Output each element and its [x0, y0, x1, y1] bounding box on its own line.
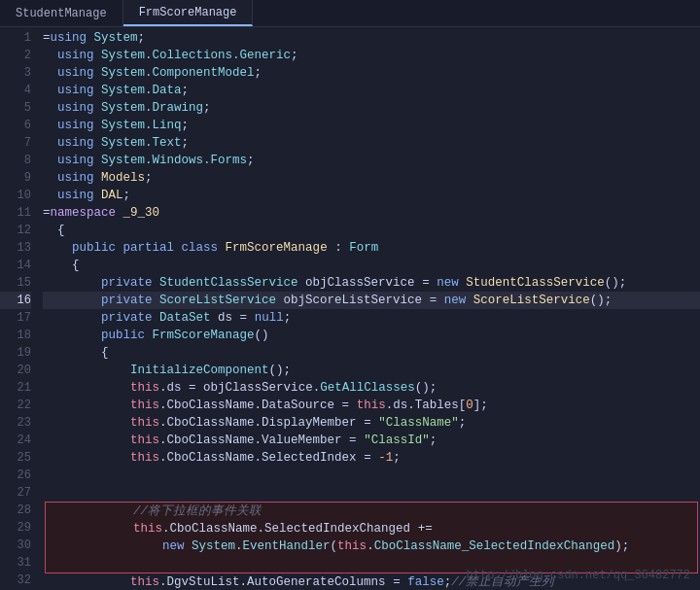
tab-bar: StudentManage FrmScoreManage — [0, 0, 700, 27]
ln-29: 29 — [0, 519, 31, 537]
ln-12: 12 — [0, 222, 31, 239]
code-line-23: this.CboClassName.DisplayMember = "Class… — [43, 414, 700, 432]
code-editor: StudentManage FrmScoreManage 1 2 3 4 5 6… — [0, 0, 700, 590]
ln-23: 23 — [0, 414, 31, 432]
ln-21: 21 — [0, 379, 31, 397]
code-line-4: using System.Data; — [43, 82, 700, 99]
ln-2: 2 — [0, 47, 31, 64]
code-area: 1 2 3 4 5 6 7 8 9 10 11 12 13 14 15 16 1… — [0, 27, 700, 590]
ln-20: 20 — [0, 362, 31, 379]
code-line-21: this.ds = objClassService.GetAllClasses(… — [43, 379, 700, 397]
highlighted-box: //将下拉框的事件关联 this.CboClassName.SelectedIn… — [45, 502, 698, 573]
ln-25: 25 — [0, 449, 31, 467]
ln-9: 9 — [0, 169, 31, 187]
code-line-8: using System.Windows.Forms; — [43, 152, 700, 169]
code-line-25: this.CboClassName.SelectedIndex = -1; — [43, 449, 700, 467]
code-line-20: InitializeComponent(); — [43, 362, 700, 379]
code-line-22: this.CboClassName.DataSource = this.ds.T… — [43, 397, 700, 414]
code-line-16: private ScoreListService objScoreListSer… — [43, 292, 700, 309]
ln-24: 24 — [0, 432, 31, 449]
ln-22: 22 — [0, 397, 31, 414]
code-line-24: this.CboClassName.ValueMember = "ClassId… — [43, 432, 700, 449]
code-line-29: this.CboClassName.SelectedIndexChanged +… — [46, 520, 697, 538]
code-line-17: private DataSet ds = null; — [43, 309, 700, 327]
watermark: http://blog.csdn.net/qq_36482772 — [467, 569, 690, 582]
code-line-27 — [43, 484, 700, 502]
code-line-3: using System.ComponentModel; — [43, 64, 700, 82]
code-line-19: { — [43, 344, 700, 362]
code-line-18: public FrmScoreManage() — [43, 327, 700, 344]
ln-13: 13 — [0, 239, 31, 257]
code-line-13: public partial class FrmScoreManage : Fo… — [43, 239, 700, 257]
code-line-14: { — [43, 257, 700, 274]
code-line-30: new System.EventHandler(this.CboClassNam… — [46, 538, 697, 555]
ln-16: 16 — [0, 292, 31, 309]
ln-15: 15 — [0, 274, 31, 292]
ln-17: 17 — [0, 309, 31, 327]
ln-7: 7 — [0, 134, 31, 152]
ln-28: 28 — [0, 502, 31, 519]
tab-student-manage[interactable]: StudentManage — [0, 0, 123, 26]
code-line-1: =using System; — [43, 29, 700, 47]
ln-30: 30 — [0, 537, 31, 554]
ln-4: 4 — [0, 82, 31, 99]
line-numbers: 1 2 3 4 5 6 7 8 9 10 11 12 13 14 15 16 1… — [0, 27, 39, 590]
code-line-7: using System.Text; — [43, 134, 700, 152]
code-line-5: using System.Drawing; — [43, 99, 700, 117]
code-lines: =using System; using System.Collections.… — [39, 27, 700, 590]
code-line-9: using Models; — [43, 169, 700, 187]
ln-3: 3 — [0, 64, 31, 82]
code-line-11: =namespace _9_30 — [43, 204, 700, 222]
code-line-6: using System.Linq; — [43, 117, 700, 134]
ln-31: 31 — [0, 554, 31, 572]
ln-10: 10 — [0, 187, 31, 204]
ln-11: 11 — [0, 204, 31, 222]
ln-1: 1 — [0, 29, 31, 47]
ln-27: 27 — [0, 484, 31, 502]
code-line-26 — [43, 467, 700, 484]
code-line-15: private StudentClassService objClassServ… — [43, 274, 700, 292]
code-line-2: using System.Collections.Generic; — [43, 47, 700, 64]
ln-14: 14 — [0, 257, 31, 274]
ln-5: 5 — [0, 99, 31, 117]
ln-19: 19 — [0, 344, 31, 362]
code-line-10: using DAL; — [43, 187, 700, 204]
code-line-28: //将下拉框的事件关联 — [46, 503, 697, 520]
ln-8: 8 — [0, 152, 31, 169]
ln-26: 26 — [0, 467, 31, 484]
ln-18: 18 — [0, 327, 31, 344]
ln-6: 6 — [0, 117, 31, 134]
code-line-12: { — [43, 222, 700, 239]
ln-32: 32 — [0, 572, 31, 589]
tab-frm-score-manage[interactable]: FrmScoreManage — [123, 0, 254, 26]
